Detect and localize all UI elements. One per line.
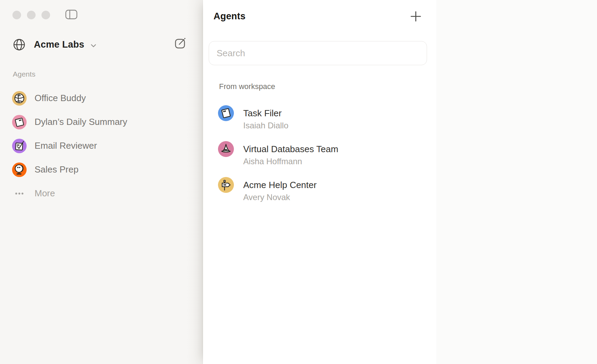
signpost-icon <box>218 177 234 193</box>
sidebar-more-label: More <box>35 188 55 199</box>
titlebar <box>0 0 202 20</box>
sidebar-toggle-icon <box>65 10 77 20</box>
agent-name: Virtual Databases Team <box>243 143 338 155</box>
agent-owner: Isaiah Diallo <box>243 120 288 131</box>
chevron-down-icon <box>91 44 96 48</box>
ellipsis-icon <box>12 192 27 195</box>
close-button[interactable] <box>12 11 21 19</box>
agent-row[interactable]: Task Filer Isaiah Diallo <box>218 105 436 131</box>
app-window: Acme Labs Agents Office <box>0 0 597 364</box>
agent-row[interactable]: Virtual Databases Team Aisha Hoffmann <box>218 141 436 167</box>
workspace-switcher[interactable]: Acme Labs <box>13 38 96 51</box>
plus-icon <box>410 11 421 22</box>
desk-globe-icon <box>12 163 27 177</box>
globe-icon <box>13 38 26 51</box>
from-workspace-label: From workspace <box>219 82 436 91</box>
basketball-icon <box>12 91 27 106</box>
traffic-lights <box>12 11 50 19</box>
sticky-note-icon <box>12 115 27 129</box>
search-input[interactable] <box>209 41 427 65</box>
agents-panel: Agents From workspace Task Filer Isaiah … <box>203 0 436 364</box>
sidebar-agent-item[interactable]: Email Reviewer <box>0 134 202 158</box>
main-content-area <box>436 0 597 364</box>
checkbox-icon <box>12 139 27 153</box>
agent-name: Task Filer <box>243 107 288 119</box>
sidebar-agent-item[interactable]: Office Buddy <box>0 86 202 110</box>
sidebar-agent-item[interactable]: Sales Prep <box>0 158 202 181</box>
sidebar-agent-label: Office Buddy <box>35 93 86 104</box>
add-agent-button[interactable] <box>410 11 421 22</box>
minimize-button[interactable] <box>27 11 36 19</box>
workspace-name: Acme Labs <box>34 39 84 50</box>
tilted-page-icon <box>218 105 234 121</box>
workspace-agent-list: Task Filer Isaiah Diallo Virtual Databas… <box>218 105 436 203</box>
agent-row[interactable]: Acme Help Center Avery Novak <box>218 177 436 203</box>
wizard-hat-icon <box>218 141 234 157</box>
compose-icon <box>174 37 187 49</box>
agent-owner: Aisha Hoffmann <box>243 156 338 167</box>
sidebar-more-button[interactable]: More <box>0 181 202 205</box>
sidebar-toggle-button[interactable] <box>65 10 77 20</box>
sidebar-agent-label: Email Reviewer <box>35 140 97 151</box>
sidebar-agent-label: Sales Prep <box>35 164 78 175</box>
sidebar-section-label: Agents <box>13 70 202 79</box>
new-chat-button[interactable] <box>174 37 187 49</box>
panel-title: Agents <box>214 10 246 22</box>
sidebar: Acme Labs Agents Office <box>0 0 203 364</box>
sidebar-agent-list: Office Buddy Dylan’s Daily Summary Email… <box>0 86 202 181</box>
agents-panel-header: Agents <box>203 0 436 22</box>
sidebar-agent-label: Dylan’s Daily Summary <box>35 117 127 127</box>
agent-name: Acme Help Center <box>243 179 316 191</box>
zoom-button[interactable] <box>41 11 50 19</box>
sidebar-agent-item[interactable]: Dylan’s Daily Summary <box>0 110 202 134</box>
agent-owner: Avery Novak <box>243 191 316 203</box>
